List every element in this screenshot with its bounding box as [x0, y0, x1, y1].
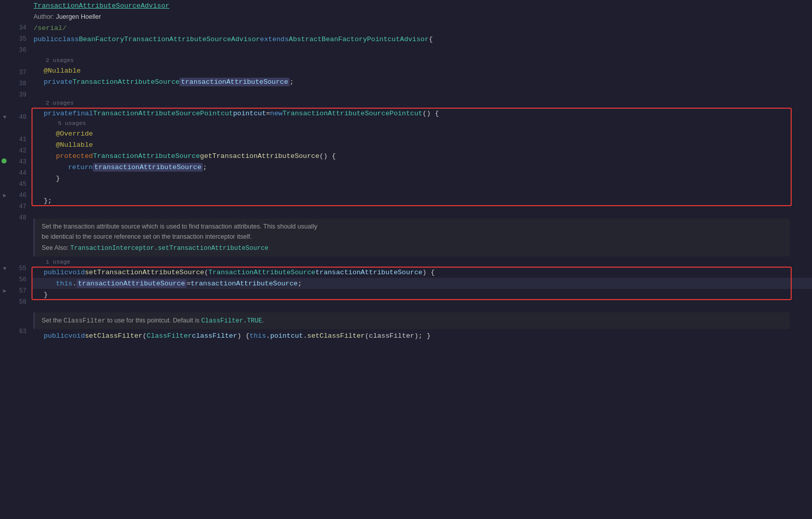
- class-filter-var: classFilter: [192, 332, 237, 340]
- pointcut-var: pointcut: [233, 110, 266, 117]
- this-kw-2: this: [249, 332, 266, 340]
- see-also-label: See Also:: [42, 244, 70, 251]
- usage-hint-3: 5 usages: [32, 119, 812, 128]
- public-kw: public: [34, 36, 58, 43]
- assign-var: transactionAttributeSource: [191, 280, 298, 287]
- gutter-39: 39: [0, 89, 32, 101]
- paren-close: ) {: [237, 332, 249, 340]
- method-sig: (: [204, 269, 208, 276]
- gutter-56: 56: [0, 274, 32, 285]
- line-36: [32, 45, 812, 56]
- class-kw: class: [58, 36, 79, 43]
- gutter-header: [0, 0, 32, 11]
- usage-hint-2: 2 usages: [32, 99, 812, 108]
- semicolon-1: ;: [290, 78, 294, 86]
- equals: =: [266, 110, 270, 117]
- this-field-highlight: transactionAttributeSource: [77, 279, 187, 288]
- line-43: protected TransactionAttributeSource get…: [32, 150, 812, 161]
- semicolon-2: ;: [203, 164, 207, 171]
- return-kw: return: [68, 164, 93, 171]
- return-type-1: TransactionAttributeSource: [93, 152, 200, 160]
- usage-hint-1-text: 2 usages: [44, 56, 74, 65]
- field-var-1: transactionAttributeSource: [179, 78, 290, 86]
- set-class-filter: setClassFilter: [85, 332, 142, 340]
- pointcut-type: TransactionAttributeSourcePointcut: [93, 110, 233, 117]
- fold-icon-57[interactable]: ▶: [3, 285, 7, 297]
- usage-hint-4: 1 usage: [32, 257, 812, 267]
- line-48: [32, 206, 812, 217]
- nullable-annotation-1: @Nullable: [44, 67, 81, 75]
- pointcut-init-type: TransactionAttributeSourcePointcut: [283, 110, 422, 117]
- dot-3: .: [303, 332, 307, 340]
- class-link[interactable]: TransactionAttributeSourceAdvisor: [34, 2, 169, 10]
- gutter-58: 58: [0, 297, 32, 308]
- author-label: Author:: [34, 13, 54, 20]
- gutter-57: ▶ 57: [0, 285, 32, 297]
- gutter-55: ▼ 55: [0, 263, 32, 274]
- protected-kw: protected: [56, 152, 93, 160]
- green-dot-43: [2, 156, 8, 168]
- extends-kw: extends: [260, 36, 289, 43]
- line-40: private final TransactionAttributeSource…: [32, 108, 812, 119]
- close-brace-1: }: [56, 175, 60, 182]
- gutter-author: [0, 11, 32, 22]
- usage-hint-3-text: 5 usages: [56, 119, 86, 128]
- param-var: transactionAttributeSource: [316, 269, 423, 276]
- doc-comment-block-1: Set the transaction attribute source whi…: [34, 218, 790, 256]
- line-63: public void setClassFilter(ClassFilter c…: [32, 330, 812, 341]
- gutter-47: 47: [0, 201, 32, 212]
- line-56: this.transactionAttributeSource = transa…: [32, 278, 812, 289]
- gutter-36: 36: [0, 45, 32, 56]
- gutter-usage3: [0, 123, 32, 134]
- private-kw-2: private: [44, 110, 73, 117]
- line-35: public class BeanFactoryTransactionAttri…: [32, 34, 812, 45]
- see-also-link[interactable]: TransactionInterceptor.setTransactionAtt…: [70, 245, 268, 252]
- line-57: }: [32, 289, 812, 300]
- red-box-region-2: public void setTransactionAttributeSourc…: [32, 267, 812, 300]
- doc-text-2: be identical to the source reference set…: [42, 232, 783, 242]
- method-parens-1: () {: [320, 152, 336, 160]
- class-open: {: [429, 36, 433, 43]
- line-41: @Override: [32, 128, 812, 139]
- gutter-41: 41: [0, 134, 32, 145]
- fold-icon-46[interactable]: ▶: [3, 190, 7, 201]
- new-kw: new: [270, 110, 283, 117]
- gutter-48: 48: [0, 212, 32, 223]
- field-type-1: TransactionAttributeSource: [73, 78, 180, 86]
- fold-icon-40[interactable]: ▼: [3, 112, 7, 123]
- line-38: private TransactionAttributeSource trans…: [32, 76, 812, 87]
- close-brace-2: }: [44, 291, 48, 299]
- code-editor: 34 35 36 37 38 39 ▼ 40 41 42 43: [0, 0, 812, 519]
- doc-comment-block-2: Set the ClassFilter to use for this poin…: [34, 312, 790, 329]
- gutter-43: 43: [0, 156, 32, 168]
- public-kw-2: public: [44, 269, 69, 276]
- paren-open: (: [142, 332, 146, 340]
- line-37: @Nullable: [32, 65, 812, 76]
- final-kw: final: [73, 110, 93, 117]
- line-58: [32, 300, 812, 311]
- line-45: }: [32, 173, 812, 184]
- fold-icon-55[interactable]: ▼: [3, 263, 7, 274]
- line-47: };: [32, 195, 812, 206]
- private-kw-1: private: [44, 78, 73, 86]
- call-close: (classFilter); }: [365, 332, 431, 340]
- assign-op: =: [186, 280, 191, 287]
- header-class-link-line: TransactionAttributeSourceAdvisor: [32, 0, 812, 11]
- gutter-37: 37: [0, 67, 32, 78]
- usage-hint-1: 2 usages: [32, 56, 812, 65]
- method-open: ) {: [422, 269, 434, 276]
- gutter-usage1: [0, 56, 32, 67]
- class-name: BeanFactoryTransactionAttributeSourceAdv…: [79, 36, 260, 43]
- dot-1: .: [72, 280, 76, 287]
- gutter-45: 45: [0, 179, 32, 190]
- close-brace-semi: };: [44, 197, 52, 205]
- gutter-63: 63: [0, 326, 32, 337]
- void-kw-2: void: [69, 332, 85, 340]
- public-kw-3: public: [44, 332, 69, 340]
- void-kw: void: [69, 269, 85, 276]
- pointcut-ref: pointcut: [270, 332, 303, 340]
- nullable-annotation-2: @Nullable: [56, 141, 93, 149]
- semicolon-3: ;: [298, 280, 302, 287]
- gutter-34: 34: [0, 22, 32, 34]
- gutter-38: 38: [0, 78, 32, 89]
